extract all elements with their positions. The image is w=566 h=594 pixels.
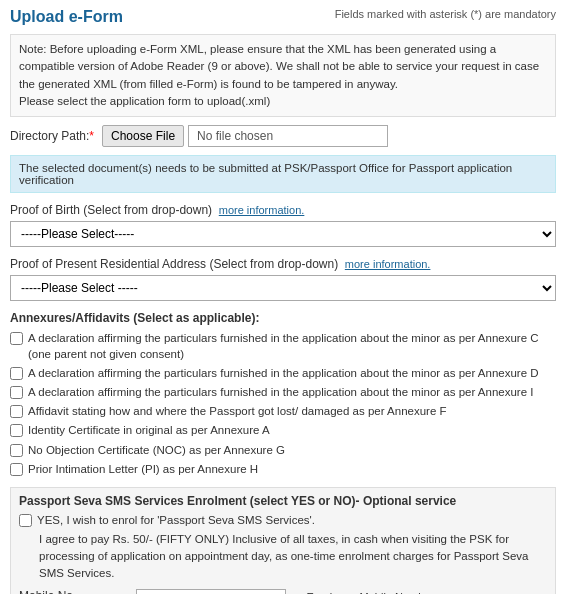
annexure-item: A declaration affirming the particulars …: [10, 384, 556, 400]
mobile-label: Mobile No.: [19, 589, 116, 595]
file-input-wrapper: Choose File No file chosen: [102, 125, 388, 147]
annexure-item: No Objection Certificate (NOC) as per An…: [10, 442, 556, 458]
proof-of-address-section: Proof of Present Residential Address (Se…: [10, 257, 556, 311]
annexure-label: Affidavit stating how and where the Pass…: [28, 403, 447, 419]
annexure-item: A declaration affirming the particulars …: [10, 365, 556, 381]
page-container: Upload e-Form Fields marked with asteris…: [0, 0, 566, 594]
sms-yes-label: YES, I wish to enrol for 'Passport Seva …: [37, 514, 315, 526]
annexure-label: Identity Certificate in original as per …: [28, 422, 270, 438]
annexure-label: A declaration affirming the particulars …: [28, 330, 556, 362]
choose-file-button[interactable]: Choose File: [102, 125, 184, 147]
header-row: Upload e-Form Fields marked with asteris…: [10, 8, 556, 26]
enrol-info-line1: Enrol your Mobile Number: [306, 589, 448, 595]
info-box: Note: Before uploading e-Form XML, pleas…: [10, 34, 556, 117]
annexure-item: A declaration affirming the particulars …: [10, 330, 556, 362]
annexure-label: No Objection Certificate (NOC) as per An…: [28, 442, 285, 458]
annexure-checkbox-3[interactable]: [10, 405, 23, 418]
annexure-checkbox-4[interactable]: [10, 424, 23, 437]
annexure-label: A declaration affirming the particulars …: [28, 384, 533, 400]
mobile-enrol-row: Mobile No. (for eg: 91XXXXXXXXXX) Enrol …: [19, 589, 547, 595]
proof-of-address-more-info[interactable]: more information.: [345, 258, 431, 270]
annexure-item: Identity Certificate in original as per …: [10, 422, 556, 438]
submission-notice: The selected document(s) needs to be sub…: [10, 155, 556, 193]
annexures-title: Annexures/Affidavits (Select as applicab…: [10, 311, 556, 325]
directory-path-label: Directory Path:*: [10, 129, 94, 143]
proof-of-birth-section: Proof of Birth (Select from drop-down) m…: [10, 203, 556, 257]
proof-of-birth-more-info[interactable]: more information.: [219, 204, 305, 216]
sms-yes-checkbox[interactable]: [19, 514, 32, 527]
page-title: Upload e-Form: [10, 8, 123, 26]
annexure-checkbox-5[interactable]: [10, 444, 23, 457]
annexure-checkbox-1[interactable]: [10, 367, 23, 380]
annexure-item: Prior Intimation Letter (PI) as per Anne…: [10, 461, 556, 477]
annexures-section: Annexures/Affidavits (Select as applicab…: [10, 311, 556, 477]
select-text: Please select the application form to up…: [19, 95, 270, 107]
mobile-number-input[interactable]: [136, 589, 286, 595]
annexure-checkbox-6[interactable]: [10, 463, 23, 476]
proof-of-address-label: Proof of Present Residential Address (Se…: [10, 257, 556, 271]
annexure-checkbox-0[interactable]: [10, 332, 23, 345]
sms-section: Passport Seva SMS Services Enrolment (se…: [10, 487, 556, 594]
mobile-field-block: Mobile No. (for eg: 91XXXXXXXXXX): [19, 589, 116, 595]
file-upload-row: Directory Path:* Choose File No file cho…: [10, 125, 556, 147]
no-file-chosen-text: No file chosen: [188, 125, 388, 147]
proof-of-birth-label: Proof of Birth (Select from drop-down) m…: [10, 203, 556, 217]
info-text: Note: Before uploading e-Form XML, pleas…: [19, 43, 539, 90]
sms-section-title: Passport Seva SMS Services Enrolment (se…: [19, 494, 547, 508]
annexure-label: Prior Intimation Letter (PI) as per Anne…: [28, 461, 258, 477]
mandatory-note: Fields marked with asterisk (*) are mand…: [335, 8, 556, 20]
sms-yes-row: YES, I wish to enrol for 'Passport Seva …: [19, 514, 547, 527]
proof-of-birth-select[interactable]: -----Please Select-----: [10, 221, 556, 247]
annexure-label: A declaration affirming the particulars …: [28, 365, 539, 381]
proof-of-address-select[interactable]: -----Please Select -----: [10, 275, 556, 301]
annexures-list: A declaration affirming the particulars …: [10, 330, 556, 477]
annexure-checkbox-2[interactable]: [10, 386, 23, 399]
submission-notice-text: The selected document(s) needs to be sub…: [19, 162, 512, 186]
annexure-item: Affidavit stating how and where the Pass…: [10, 403, 556, 419]
enrol-info-block: Enrol your Mobile Number for updates, re…: [306, 589, 448, 595]
sms-yes-agree-text: I agree to pay Rs. 50/- (FIFTY ONLY) Inc…: [39, 531, 547, 583]
